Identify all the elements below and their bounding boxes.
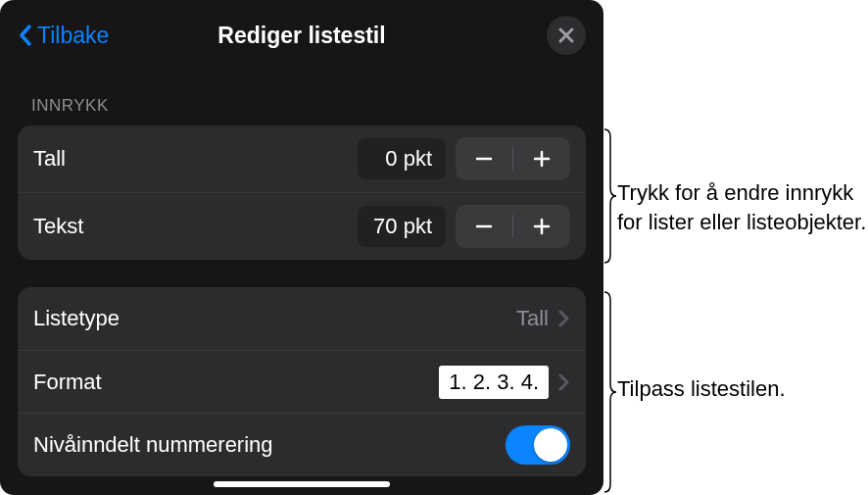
- row-label: Tekst: [33, 214, 358, 239]
- style-group: Listetype Tall Format 1. 2. 3. 4. Nivåin…: [18, 287, 586, 476]
- back-label: Tilbake: [37, 23, 109, 49]
- close-button[interactable]: [547, 16, 586, 55]
- row-label: Listetype: [33, 306, 516, 331]
- row-label: Nivåinndelt nummerering: [33, 432, 506, 458]
- back-button[interactable]: Tilbake: [18, 23, 109, 49]
- callout-bracket: [603, 127, 617, 265]
- row-tiered-numbering: Nivåinndelt nummerering: [18, 413, 586, 476]
- row-label: Format: [33, 370, 439, 395]
- decrement-button[interactable]: [456, 205, 512, 248]
- home-indicator: [214, 481, 390, 487]
- panel-header: Tilbake Rediger listestil: [0, 0, 603, 73]
- row-label: Tall: [33, 146, 358, 172]
- section-header-indent: INNRYKK: [0, 73, 603, 125]
- minus-icon: [473, 148, 495, 170]
- indent-value: 0 pkt: [358, 138, 446, 179]
- indent-value: 70 pkt: [358, 206, 446, 247]
- increment-button[interactable]: [513, 205, 570, 248]
- format-preview: 1. 2. 3. 4.: [439, 366, 549, 399]
- plus-icon: [531, 148, 553, 170]
- callout-indent: Trykk for å endre innrykk for lister ell…: [617, 178, 868, 236]
- chevron-right-icon: [558, 309, 570, 328]
- row-number-indent: Tall 0 pkt: [18, 125, 586, 192]
- list-type-value: Tall: [516, 306, 549, 331]
- callout-bracket: [603, 290, 617, 494]
- chevron-right-icon: [558, 372, 570, 392]
- chevron-left-icon: [18, 24, 33, 47]
- decrement-button[interactable]: [456, 137, 512, 180]
- text-indent-stepper: [456, 205, 570, 248]
- indent-group: Tall 0 pkt Tekst 70 pkt: [18, 125, 586, 260]
- close-icon: [557, 26, 575, 44]
- plus-icon: [531, 216, 553, 237]
- minus-icon: [473, 216, 495, 237]
- row-format[interactable]: Format 1. 2. 3. 4.: [18, 350, 586, 413]
- increment-button[interactable]: [513, 137, 570, 180]
- number-indent-stepper: [456, 137, 570, 180]
- callout-style: Tilpass listestilen.: [617, 374, 786, 404]
- callouts-area: Trykk for å endre innrykk for lister ell…: [603, 0, 868, 495]
- list-style-panel: Tilbake Rediger listestil INNRYKK Tall 0…: [0, 0, 603, 495]
- tiered-toggle[interactable]: [506, 425, 570, 465]
- row-list-type[interactable]: Listetype Tall: [18, 287, 586, 350]
- toggle-knob: [534, 428, 567, 462]
- row-text-indent: Tekst 70 pkt: [18, 192, 586, 260]
